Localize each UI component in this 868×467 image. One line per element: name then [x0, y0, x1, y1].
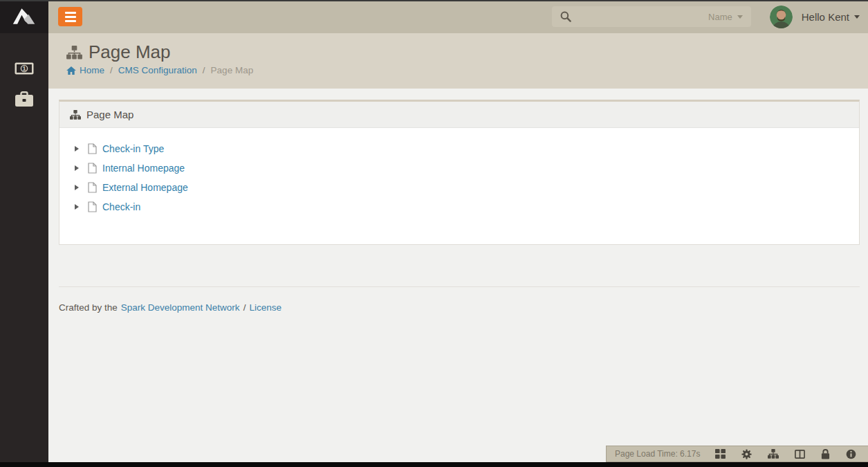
expand-caret-icon[interactable] — [75, 146, 79, 152]
left-sidebar: 1 — [0, 0, 48, 462]
site-footer: Crafted by the Spark Development Network… — [59, 302, 281, 313]
file-icon — [88, 163, 97, 174]
tree-item-link[interactable]: Check-in — [102, 201, 140, 212]
expand-caret-icon[interactable] — [75, 165, 79, 171]
briefcase-icon[interactable] — [15, 91, 33, 107]
breadcrumb: Home / CMS Configuration / Page Map — [66, 65, 868, 75]
page-title-text: Page Map — [89, 42, 171, 63]
avatar-photo — [770, 6, 793, 28]
search-input[interactable] — [577, 11, 708, 23]
user-menu[interactable]: Hello Kent — [802, 11, 860, 23]
breadcrumb-current: Page Map — [211, 65, 254, 75]
sitemap-icon[interactable] — [768, 449, 779, 459]
tree-item-link[interactable]: External Homepage — [102, 182, 188, 193]
debug-toolbar: Page Load Time: 6.17s — [606, 446, 868, 462]
breadcrumb-separator: / — [110, 65, 113, 75]
tree-item-link[interactable]: Internal Homepage — [102, 163, 185, 174]
rock-logo-icon — [10, 4, 38, 29]
breadcrumb-cms-configuration-link[interactable]: CMS Configuration — [118, 65, 197, 75]
hamburger-icon — [65, 12, 76, 14]
search-filter-label: Name — [708, 12, 732, 22]
navbar-right-group: Name Hello Kent — [552, 0, 868, 33]
gear-icon[interactable] — [741, 449, 752, 459]
home-icon — [66, 66, 76, 75]
app-window: 1 — [0, 0, 868, 467]
file-icon — [88, 143, 97, 154]
svg-text:1: 1 — [22, 65, 26, 72]
page-tree: Check-in Type Internal Homepage — [59, 128, 859, 217]
footer-crafted-text: Crafted by the — [59, 302, 118, 313]
browser-top-edge — [0, 0, 868, 1]
tree-item[interactable]: External Homepage — [70, 178, 849, 197]
top-navbar: Name Hello Kent — [48, 0, 868, 33]
tree-item-link[interactable]: Check-in Type — [102, 143, 164, 154]
file-icon — [88, 201, 97, 212]
lock-icon[interactable] — [821, 448, 830, 459]
breadcrumb-home-link[interactable]: Home — [66, 65, 104, 75]
sitemap-icon — [66, 46, 82, 59]
footer-divider — [59, 286, 860, 287]
page-title: Page Map — [66, 42, 868, 63]
sitemap-icon — [70, 110, 81, 120]
chevron-down-icon — [854, 15, 860, 19]
search-icon — [560, 11, 571, 22]
expand-caret-icon[interactable] — [75, 204, 79, 210]
panel-heading: Page Map — [59, 102, 859, 128]
breadcrumb-separator: / — [203, 65, 205, 75]
tree-item[interactable]: Internal Homepage — [70, 158, 849, 178]
bottom-edge-bar — [0, 462, 868, 467]
license-link[interactable]: License — [249, 302, 281, 313]
debug-icons — [715, 448, 856, 459]
user-greeting-label: Hello Kent — [802, 11, 849, 23]
info-icon[interactable] — [846, 449, 856, 459]
money-icon[interactable]: 1 — [15, 62, 34, 75]
page-map-panel: Page Map Check-in Type — [59, 100, 860, 245]
tree-item[interactable]: Check-in Type — [70, 139, 849, 158]
avatar[interactable] — [770, 6, 793, 28]
hamburger-menu-button[interactable] — [58, 7, 82, 26]
columns-icon[interactable] — [795, 450, 805, 459]
page-header: Page Map Home / CMS Configuration / Page… — [48, 33, 868, 89]
rock-logo[interactable] — [0, 0, 48, 33]
footer-separator: / — [243, 302, 246, 313]
grid-icon[interactable] — [715, 449, 726, 459]
file-icon — [88, 182, 97, 193]
page-load-time: Page Load Time: 6.17s — [615, 449, 700, 459]
search-filter-dropdown[interactable]: Name — [708, 12, 743, 22]
chevron-down-icon — [737, 15, 743, 19]
tree-item[interactable]: Check-in — [70, 197, 849, 217]
spark-development-network-link[interactable]: Spark Development Network — [121, 302, 240, 313]
sidebar-nav: 1 — [0, 33, 48, 107]
smart-search[interactable]: Name — [552, 6, 751, 27]
expand-caret-icon[interactable] — [75, 185, 79, 190]
panel-title: Page Map — [86, 109, 133, 120]
